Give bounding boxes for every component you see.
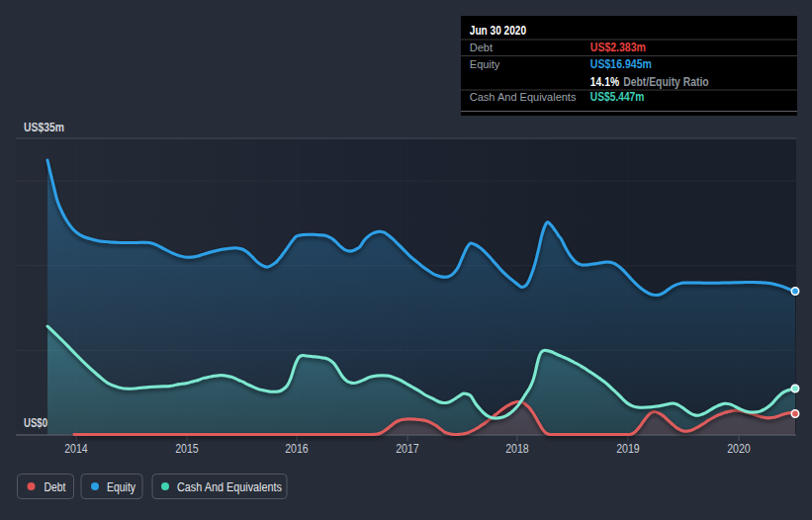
svg-text:US$2.383m: US$2.383m <box>590 41 646 54</box>
svg-text:US$35m: US$35m <box>24 121 64 134</box>
svg-text:US$5.447m: US$5.447m <box>590 90 645 104</box>
svg-text:2018: 2018 <box>505 441 529 456</box>
svg-text:2015: 2015 <box>175 441 199 456</box>
svg-text:Jun 30 2020: Jun 30 2020 <box>470 24 526 38</box>
svg-text:Cash And Equivalents: Cash And Equivalents <box>470 91 577 103</box>
svg-text:14.1%: 14.1% <box>590 75 619 89</box>
svg-text:2017: 2017 <box>396 441 419 456</box>
svg-text:2014: 2014 <box>64 441 88 456</box>
svg-text:Equity: Equity <box>470 58 500 70</box>
svg-text:Debt/Equity Ratio: Debt/Equity Ratio <box>623 75 709 89</box>
svg-text:US$0: US$0 <box>24 416 47 430</box>
svg-text:Equity: Equity <box>107 480 136 494</box>
svg-text:2020: 2020 <box>727 441 751 456</box>
svg-text:US$16.945m: US$16.945m <box>590 57 652 71</box>
svg-text:Debt: Debt <box>470 42 493 53</box>
svg-text:Cash And Equivalents: Cash And Equivalents <box>177 480 282 494</box>
svg-text:2019: 2019 <box>616 441 640 456</box>
svg-text:Debt: Debt <box>45 480 66 494</box>
svg-text:2016: 2016 <box>285 441 309 456</box>
